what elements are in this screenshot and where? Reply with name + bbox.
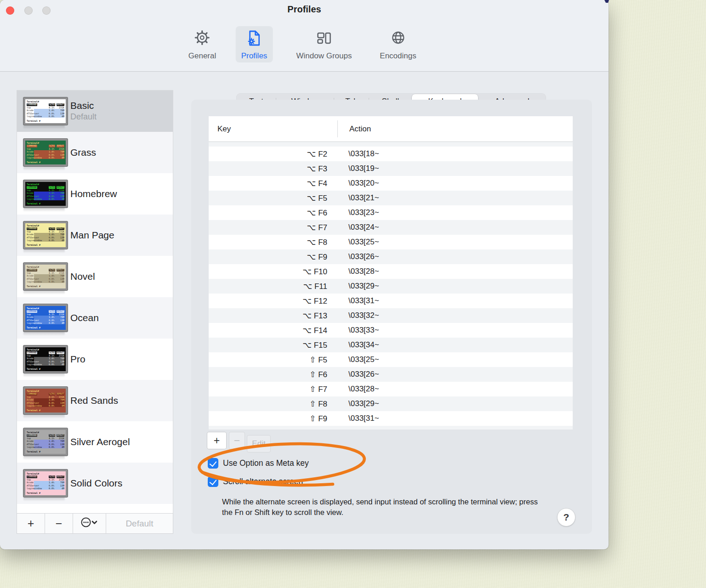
key-cell: ⇧ F7 bbox=[209, 384, 327, 394]
action-cell: \033[31~ bbox=[348, 296, 379, 305]
edit-binding-button[interactable]: Edit bbox=[247, 435, 271, 452]
profile-row[interactable]: Terminal# COMMAND%CPURPRVT top4.1%231K X… bbox=[17, 173, 173, 215]
profile-row[interactable]: Terminal# COMMAND%CPURPRVT top4.1%231K X… bbox=[17, 339, 173, 380]
action-cell: \033[25~ bbox=[348, 355, 379, 364]
profile-name: Ocean bbox=[70, 312, 99, 324]
toolbar-item-encodings[interactable]: Encodings bbox=[374, 26, 421, 62]
action-cell: \033[29~ bbox=[348, 282, 379, 291]
table-header: Key Action bbox=[209, 116, 573, 142]
use-option-as-meta-checkbox[interactable] bbox=[208, 458, 218, 469]
key-cell: ⌥ F10 bbox=[209, 267, 327, 277]
table-body: ⌥ F2 \033[18~ ⌥ F3 \033[19~ ⌥ F4 \033[20… bbox=[209, 147, 573, 426]
thumbnail-reflection bbox=[23, 373, 65, 377]
profile-document-icon bbox=[245, 29, 263, 49]
thumbnail-header-line: COMMAND%CPURPRVT bbox=[27, 351, 64, 354]
profile-name: Homebrew bbox=[70, 188, 117, 200]
toolbar-item-window-groups[interactable]: Window Groups bbox=[291, 26, 358, 62]
remove-binding-button[interactable]: − bbox=[229, 432, 245, 449]
table-row[interactable]: ⌥ F12 \033[31~ bbox=[209, 294, 573, 308]
toolbar-item-label: General bbox=[188, 52, 216, 60]
table-row[interactable]: ⌥ F7 \033[24~ bbox=[209, 220, 573, 235]
toolbar-item-general[interactable]: General bbox=[183, 26, 222, 62]
table-row[interactable]: ⇧ F9 \033[31~ bbox=[209, 411, 573, 426]
add-binding-button[interactable]: + bbox=[207, 432, 227, 449]
help-button[interactable]: ? bbox=[557, 508, 575, 526]
profile-name: Basic bbox=[70, 100, 97, 112]
toolbar-item-label: Encodings bbox=[380, 52, 416, 60]
key-cell: ⌥ F15 bbox=[209, 340, 327, 350]
add-profile-button[interactable]: + bbox=[17, 514, 45, 533]
ellipsis-circle-icon bbox=[80, 516, 99, 531]
action-cell: \033[28~ bbox=[348, 384, 379, 394]
key-cell: ⇧ F8 bbox=[209, 399, 327, 409]
action-cell: \033[34~ bbox=[348, 340, 379, 350]
table-row[interactable]: ⌥ F5 \033[21~ bbox=[209, 191, 573, 205]
globe-icon bbox=[389, 29, 407, 49]
table-row[interactable]: ⌥ F15 \033[34~ bbox=[209, 338, 573, 352]
table-row[interactable]: ⌥ F10 \033[28~ bbox=[209, 264, 573, 279]
profile-name: Red Sands bbox=[70, 395, 118, 407]
profile-row[interactable]: Terminal# COMMAND%CPURPRVT top4.1%231K X… bbox=[17, 463, 173, 504]
thumbnail-header-line: COMMAND%CPURPRVT bbox=[27, 310, 64, 313]
thumbnail-header-line: COMMAND%CPURPRVT bbox=[27, 103, 64, 106]
titlebar: Profiles bbox=[0, 0, 609, 72]
key-cell: ⌥ F6 bbox=[209, 208, 327, 218]
profile-name: Silver Aerogel bbox=[70, 436, 130, 448]
thumbnail-reflection bbox=[23, 456, 65, 460]
profile-list: Terminal# COMMAND%CPURPRVT top4.1%231K X… bbox=[17, 90, 173, 534]
profile-row[interactable]: Terminal# COMMAND%CPURPRVT top4.1%231K X… bbox=[17, 421, 173, 463]
toolbar-item-profiles[interactable]: Profiles bbox=[236, 26, 273, 62]
default-button[interactable]: Default bbox=[106, 514, 173, 533]
key-cell: ⌥ F3 bbox=[209, 164, 327, 174]
thumbnail-prompt-line: Terminal # bbox=[27, 450, 64, 453]
action-cell: \033[20~ bbox=[348, 179, 379, 188]
profile-actions-menu-button[interactable] bbox=[73, 514, 106, 533]
thumbnail-reflection bbox=[23, 125, 65, 129]
profile-row[interactable]: Terminal# COMMAND%CPURPRVT top4.1%231K X… bbox=[17, 132, 173, 173]
action-column-header[interactable]: Action bbox=[349, 124, 371, 134]
thumbnail-prompt-line: Terminal # bbox=[27, 368, 64, 370]
profile-thumbnail: Terminal# COMMAND%CPURPRVT top4.1%231K X… bbox=[23, 469, 68, 497]
key-column-header[interactable]: Key bbox=[217, 124, 231, 134]
profile-thumbnail: Terminal# COMMAND%CPURPRVT top4.1%231K X… bbox=[23, 387, 68, 414]
table-row[interactable]: ⇧ F8 \033[29~ bbox=[209, 396, 573, 411]
checkbox-label: Use Option as Meta key bbox=[223, 458, 309, 468]
action-cell: \033[31~ bbox=[348, 414, 379, 423]
profile-row[interactable]: Terminal# COMMAND%CPURPRVT top4.1%231K X… bbox=[17, 256, 173, 297]
thumbnail-prompt-line: Terminal # bbox=[27, 326, 64, 329]
terminal-preferences-window: Profiles bbox=[0, 0, 609, 549]
use-option-as-meta-row: Use Option as Meta key bbox=[208, 458, 309, 469]
column-divider[interactable] bbox=[337, 120, 338, 137]
table-row[interactable]: ⌥ F9 \033[26~ bbox=[209, 249, 573, 264]
thumbnail-header-line: COMMAND%CPURPRVT bbox=[27, 186, 64, 189]
table-row[interactable]: ⌥ F8 \033[25~ bbox=[209, 235, 573, 249]
table-row[interactable]: ⌥ F11 \033[29~ bbox=[209, 279, 573, 294]
action-cell: \033[29~ bbox=[348, 399, 379, 408]
remove-profile-button[interactable]: − bbox=[45, 514, 73, 533]
thumbnail-reflection bbox=[23, 290, 65, 294]
scroll-alternate-screen-checkbox[interactable] bbox=[208, 476, 218, 487]
table-row[interactable]: ⇧ F7 \033[28~ bbox=[209, 382, 573, 396]
thumbnail-header-line: COMMAND%CPURPRVT bbox=[27, 475, 64, 478]
table-row[interactable]: ⌥ F6 \033[23~ bbox=[209, 205, 573, 220]
table-row[interactable]: ⌥ F13 \033[32~ bbox=[209, 308, 573, 323]
scroll-alternate-screen-row: Scroll alternate screen bbox=[208, 476, 303, 487]
profile-thumbnail: Terminal# COMMAND%CPURPRVT top4.1%231K X… bbox=[23, 345, 68, 373]
table-row[interactable]: ⇧ F6 \033[26~ bbox=[209, 367, 573, 382]
table-row[interactable]: ⌥ F2 \033[18~ bbox=[209, 147, 573, 161]
action-cell: \033[32~ bbox=[348, 311, 379, 320]
table-row[interactable]: ⇧ F5 \033[25~ bbox=[209, 352, 573, 367]
profile-row[interactable]: Terminal# COMMAND%CPURPRVT top4.1%231K X… bbox=[17, 297, 173, 339]
profile-row[interactable]: Terminal# COMMAND%CPURPRVT top4.1%231K X… bbox=[17, 215, 173, 256]
key-cell: ⌥ F12 bbox=[209, 296, 327, 306]
table-row[interactable]: ⌥ F4 \033[20~ bbox=[209, 176, 573, 191]
key-cell: ⌥ F4 bbox=[209, 179, 327, 188]
table-row[interactable]: ⌥ F14 \033[33~ bbox=[209, 323, 573, 338]
key-cell: ⇧ F6 bbox=[209, 370, 327, 379]
profile-row[interactable]: Terminal# COMMAND%CPURPRVT top4.1%231K X… bbox=[17, 380, 173, 421]
key-bindings-table: Key Action ⌥ F2 \033[18~ ⌥ F3 \033[19~ ⌥… bbox=[209, 116, 573, 430]
profile-thumbnail: Terminal# COMMAND%CPURPRVT top4.1%231K X… bbox=[23, 263, 68, 290]
profile-name: Grass bbox=[70, 147, 96, 158]
table-row[interactable]: ⌥ F3 \033[19~ bbox=[209, 161, 573, 176]
profile-row[interactable]: Terminal# COMMAND%CPURPRVT top4.1%231K X… bbox=[17, 90, 173, 132]
